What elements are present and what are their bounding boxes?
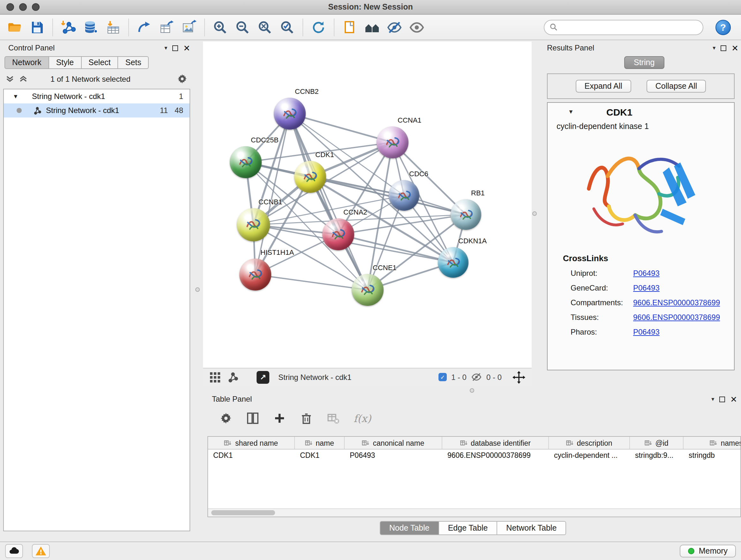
network-node-rb1[interactable] bbox=[451, 199, 481, 230]
delete-table-button[interactable] bbox=[327, 412, 340, 425]
cell-database-identifier[interactable]: 9606.ENSP00000378699 bbox=[442, 449, 549, 462]
column-header-description[interactable]: description bbox=[549, 437, 630, 449]
pharos-link[interactable]: P06493 bbox=[633, 327, 660, 336]
cell-shared-name[interactable]: CDK1 bbox=[208, 449, 295, 462]
float-panel-button[interactable]: ▾ bbox=[164, 45, 167, 51]
import-network-from-file-button[interactable] bbox=[59, 17, 78, 37]
open-session-button[interactable] bbox=[5, 17, 24, 37]
export-image-button[interactable] bbox=[179, 17, 199, 37]
import-table-from-file-button[interactable] bbox=[104, 17, 123, 37]
import-network-from-database-button[interactable] bbox=[81, 17, 100, 37]
tree-expander-icon[interactable]: ▼ bbox=[13, 93, 18, 100]
save-session-button[interactable] bbox=[27, 17, 47, 37]
memory-button[interactable]: Memory bbox=[680, 545, 736, 557]
column-header-shared-name[interactable]: shared name bbox=[208, 437, 295, 449]
network-view[interactable]: CCNB2CCNA1CDC25BCDK1CDC6RB1CCNB1CCNA2CDK… bbox=[203, 42, 532, 386]
refresh-view-button[interactable] bbox=[309, 17, 328, 37]
network-view-mode-button[interactable] bbox=[227, 371, 239, 383]
tab-sets[interactable]: Sets bbox=[118, 56, 149, 69]
network-row-selected[interactable]: String Network - cdk1 11 48 bbox=[4, 104, 190, 118]
tab-style[interactable]: Style bbox=[49, 56, 82, 69]
collapse-all-icon[interactable] bbox=[6, 75, 14, 83]
gene-section-header[interactable]: ▼ CDK1 bbox=[548, 103, 734, 121]
network-node-cdc6[interactable] bbox=[389, 180, 419, 211]
selected-checkbox-icon[interactable]: ✓ bbox=[439, 373, 447, 381]
delete-column-button[interactable] bbox=[300, 412, 313, 425]
minimize-window-button[interactable] bbox=[19, 3, 27, 11]
tab-string[interactable]: String bbox=[624, 56, 664, 69]
export-table-button[interactable] bbox=[157, 17, 176, 37]
network-node-cdc25b[interactable] bbox=[230, 146, 262, 178]
network-node-ccnb2[interactable] bbox=[274, 98, 306, 130]
table-horizontal-scrollbar[interactable] bbox=[208, 508, 740, 516]
tab-network[interactable]: Network bbox=[4, 56, 49, 69]
help-button[interactable]: ? bbox=[716, 19, 731, 35]
tissues-link[interactable]: 9606.ENSP00000378699 bbox=[633, 313, 720, 321]
grid-view-button[interactable] bbox=[209, 371, 221, 383]
compartments-link[interactable]: 9606.ENSP00000378699 bbox=[633, 298, 720, 307]
cell--id[interactable]: stringdb:9... bbox=[630, 449, 684, 462]
cell-name[interactable]: CDK1 bbox=[295, 449, 345, 462]
copy-document-button[interactable] bbox=[340, 17, 359, 37]
maximize-table-button[interactable] bbox=[719, 396, 725, 402]
hide-selected-button[interactable] bbox=[385, 17, 404, 37]
zoom-fit-button[interactable] bbox=[255, 17, 274, 37]
collapse-all-button[interactable]: Collapse All bbox=[647, 80, 706, 92]
export-network-button[interactable] bbox=[135, 17, 154, 37]
network-node-ccne1[interactable] bbox=[352, 274, 384, 306]
network-node-hist1h1a[interactable] bbox=[239, 259, 271, 291]
function-builder-button[interactable]: f(x) bbox=[354, 412, 371, 424]
zoom-window-button[interactable] bbox=[32, 3, 40, 11]
network-node-ccnb1[interactable] bbox=[237, 208, 270, 241]
section-expander-icon[interactable]: ▼ bbox=[568, 109, 574, 115]
tab-node-table[interactable]: Node Table bbox=[380, 521, 439, 535]
close-window-button[interactable] bbox=[6, 3, 14, 11]
cloud-button[interactable] bbox=[5, 544, 23, 558]
uniprot-link[interactable]: P06493 bbox=[633, 268, 660, 277]
tab-edge-table[interactable]: Edge Table bbox=[439, 521, 497, 535]
left-splitter-handle[interactable] bbox=[195, 287, 200, 292]
birdseye-view-button[interactable] bbox=[362, 17, 382, 37]
column-header-name[interactable]: name bbox=[295, 437, 345, 449]
search-input[interactable] bbox=[561, 23, 697, 32]
network-node-ccna1[interactable] bbox=[377, 126, 408, 159]
maximize-panel-button[interactable] bbox=[172, 45, 178, 51]
network-node-ccna2[interactable] bbox=[322, 219, 354, 250]
tab-select[interactable]: Select bbox=[81, 56, 118, 69]
network-node-cdk1[interactable] bbox=[294, 161, 326, 193]
detach-view-button[interactable]: ↗ bbox=[257, 371, 269, 383]
genecard-link[interactable]: P06493 bbox=[633, 283, 660, 292]
close-panel-button[interactable]: ✕ bbox=[183, 44, 190, 52]
zoom-selected-button[interactable] bbox=[278, 17, 297, 37]
bottom-splitter-handle[interactable] bbox=[470, 388, 474, 393]
create-column-button[interactable] bbox=[273, 412, 286, 425]
zoom-in-button[interactable] bbox=[211, 17, 230, 37]
column-header--id[interactable]: @id bbox=[630, 437, 684, 449]
table-row[interactable]: CDK1CDK1P064939606.ENSP00000378699cyclin… bbox=[208, 449, 740, 462]
search-field[interactable] bbox=[544, 19, 703, 35]
cell-description[interactable]: cyclin-dependent ... bbox=[549, 449, 630, 462]
expand-all-icon[interactable] bbox=[19, 75, 27, 83]
show-columns-button[interactable] bbox=[246, 412, 259, 425]
network-options-button[interactable] bbox=[177, 73, 188, 84]
warnings-button[interactable] bbox=[32, 544, 50, 558]
expand-all-button[interactable]: Expand All bbox=[576, 80, 631, 92]
close-results-button[interactable]: ✕ bbox=[731, 44, 738, 52]
show-all-button[interactable] bbox=[407, 17, 426, 37]
column-header-database-identifier[interactable]: database identifier bbox=[442, 437, 549, 449]
network-collection-row[interactable]: ▼ String Network - cdk1 1 bbox=[4, 89, 190, 104]
scrollbar-thumb[interactable] bbox=[211, 510, 275, 515]
column-header-namespace[interactable]: namespace bbox=[684, 437, 741, 449]
float-results-button[interactable]: ▾ bbox=[713, 45, 716, 51]
close-table-button[interactable]: ✕ bbox=[730, 395, 737, 403]
network-node-cdkn1a[interactable] bbox=[438, 247, 468, 278]
column-header-canonical-name[interactable]: canonical name bbox=[345, 437, 442, 449]
right-splitter-handle[interactable] bbox=[532, 211, 537, 216]
cell-namespace[interactable]: stringdb bbox=[684, 449, 741, 462]
float-table-button[interactable]: ▾ bbox=[711, 396, 714, 402]
cell-canonical-name[interactable]: P06493 bbox=[345, 449, 442, 462]
zoom-out-button[interactable] bbox=[233, 17, 252, 37]
table-options-button[interactable] bbox=[219, 412, 232, 425]
tab-network-table[interactable]: Network Table bbox=[496, 521, 566, 535]
fit-content-button[interactable] bbox=[513, 371, 525, 383]
